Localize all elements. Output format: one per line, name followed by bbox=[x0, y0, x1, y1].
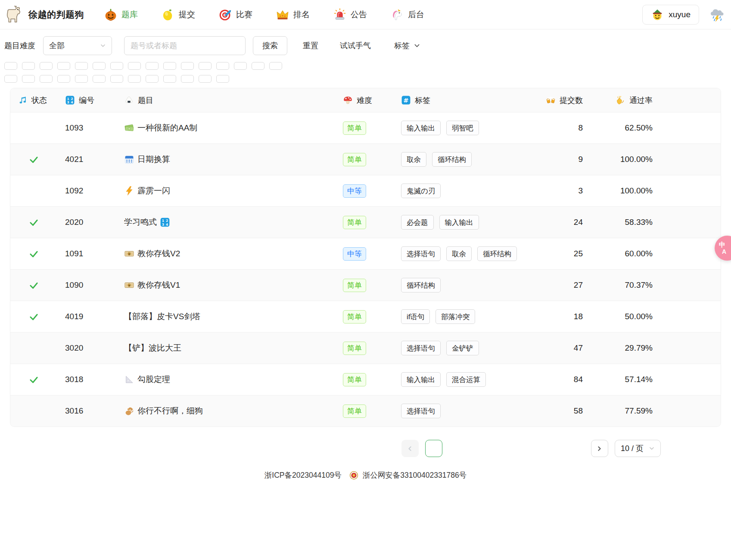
table-row[interactable]: 1093 一种很新的AA制 简单 输入输出弱智吧 8 62.50% bbox=[10, 112, 721, 143]
next-page-button[interactable] bbox=[591, 440, 608, 457]
tag-filter-chip[interactable] bbox=[252, 62, 264, 70]
nav-item[interactable]: 后台 bbox=[390, 8, 424, 22]
lucky-button[interactable]: 试试手气 bbox=[340, 40, 371, 51]
tag-chip[interactable]: 取余 bbox=[401, 152, 426, 167]
tag-filter-chip[interactable] bbox=[181, 75, 194, 83]
tag-chip[interactable]: 循环结构 bbox=[401, 278, 441, 293]
tag-filter-chip[interactable] bbox=[4, 62, 17, 70]
tag-chip[interactable]: 选择语句 bbox=[401, 246, 441, 261]
problem-title-link[interactable]: 学习鸣式 1234 bbox=[124, 217, 343, 228]
tag-filter-chip[interactable] bbox=[40, 75, 53, 83]
reset-button[interactable]: 重置 bbox=[303, 40, 318, 51]
table-row[interactable]: 3016 你行不行啊，细狗 简单 选择语句 58 77.59% bbox=[10, 395, 721, 426]
tag-chip[interactable]: 取余 bbox=[446, 246, 472, 261]
page-button[interactable] bbox=[544, 440, 561, 457]
problem-title-link[interactable]: 【铲】波比大王 bbox=[124, 342, 343, 354]
nav-item[interactable]: 比赛 bbox=[218, 8, 252, 22]
tag-filter-chip[interactable] bbox=[163, 62, 176, 70]
nav-item[interactable]: 公告 bbox=[333, 8, 367, 22]
tag-chip[interactable]: 部落冲突 bbox=[435, 309, 475, 324]
tag-filter-chip[interactable] bbox=[128, 62, 141, 70]
page-button[interactable] bbox=[473, 440, 490, 457]
table-row[interactable]: 3020 【铲】波比大王 简单 选择语句金铲铲 47 29.79% bbox=[10, 332, 721, 364]
tag-chip[interactable]: 弱智吧 bbox=[446, 121, 479, 136]
difficulty-badge: 简单 bbox=[343, 153, 366, 166]
tag-chip[interactable]: 选择语句 bbox=[401, 404, 441, 419]
tag-filter-chip[interactable] bbox=[181, 62, 194, 70]
page-size-select[interactable]: 10 / 页 bbox=[615, 440, 661, 457]
problem-title-link[interactable]: 你行不行啊，细狗 bbox=[124, 405, 343, 417]
tag-filter-chip[interactable] bbox=[216, 62, 229, 70]
tag-filter-chip[interactable] bbox=[199, 62, 212, 70]
tag-chip[interactable]: 必会题 bbox=[401, 215, 434, 230]
table-row[interactable]: 4019 【部落】皮卡VS剑塔 简单 if语句部落冲突 18 50.00% bbox=[10, 301, 721, 332]
problem-title-link[interactable]: 勾股定理 bbox=[124, 374, 343, 385]
tag-chip[interactable]: 选择语句 bbox=[401, 341, 441, 356]
problem-id: 1093 bbox=[58, 123, 124, 133]
app-logo[interactable]: 徐越的判题狗 bbox=[4, 5, 84, 25]
problem-title-link[interactable]: 【部落】皮卡VS剑塔 bbox=[124, 311, 343, 322]
tag-filter-chip[interactable] bbox=[216, 75, 229, 83]
tag-filter-chip[interactable] bbox=[269, 62, 282, 70]
tag-filter-chip[interactable] bbox=[110, 62, 123, 70]
tag-filter-chip[interactable] bbox=[234, 62, 247, 70]
problem-title-text: 学习鸣式 bbox=[124, 217, 157, 228]
problem-title-link[interactable]: ¥ 教你存钱V1 bbox=[124, 280, 343, 291]
tag-chip[interactable]: 混合运算 bbox=[446, 372, 486, 387]
tag-filter-chip[interactable] bbox=[57, 62, 70, 70]
tags-toggle[interactable]: 标签 bbox=[394, 40, 420, 51]
page-button[interactable] bbox=[496, 440, 513, 457]
tag-chip[interactable]: 输入输出 bbox=[401, 372, 441, 387]
tag-filter-chip[interactable] bbox=[57, 75, 70, 83]
tag-filter-chip[interactable] bbox=[75, 62, 88, 70]
table-row[interactable]: 4021 日期换算 简单 取余循环结构 9 100.00% bbox=[10, 143, 721, 175]
problem-title-link[interactable]: 一种很新的AA制 bbox=[124, 122, 343, 134]
problem-title-link[interactable]: ¥ 教你存钱V2 bbox=[124, 248, 343, 259]
table-row[interactable]: 1092 霹雳一闪 中等 鬼滅の刃 3 100.00% bbox=[10, 175, 721, 206]
tag-filter-chip[interactable] bbox=[4, 75, 17, 83]
page-button[interactable] bbox=[425, 440, 442, 457]
storm-theme-icon[interactable] bbox=[709, 7, 725, 22]
tag-filter-chip[interactable] bbox=[75, 75, 88, 83]
difficulty-badge: 简单 bbox=[343, 121, 366, 135]
tag-chip[interactable]: 输入输出 bbox=[439, 215, 479, 230]
tag-filter-chip[interactable] bbox=[22, 75, 35, 83]
difficulty-select[interactable]: 全部 bbox=[43, 36, 112, 55]
table-row[interactable]: 3018 勾股定理 简单 输入输出混合运算 84 57.14% bbox=[10, 364, 721, 395]
tag-filter-chip[interactable] bbox=[199, 75, 212, 83]
problem-title-link[interactable]: 日期换算 bbox=[124, 154, 343, 165]
tag-chip[interactable]: if语句 bbox=[401, 309, 430, 324]
tag-filter-chip[interactable] bbox=[146, 75, 159, 83]
tag-filter-chip[interactable] bbox=[146, 62, 159, 70]
tag-filter-chip[interactable] bbox=[128, 75, 141, 83]
difficulty-badge: 简单 bbox=[343, 310, 366, 324]
page-button[interactable] bbox=[449, 440, 466, 457]
table-row[interactable]: 1090 ¥ 教你存钱V1 简单 循环结构 27 70.37% bbox=[10, 269, 721, 301]
tag-filter-chip[interactable] bbox=[110, 75, 123, 83]
search-button[interactable]: 搜索 bbox=[253, 36, 287, 55]
tag-filter-chip[interactable] bbox=[22, 62, 35, 70]
tag-filter-chip[interactable] bbox=[93, 62, 106, 70]
nav-item[interactable]: 题库 bbox=[104, 8, 138, 22]
table-row[interactable]: 1091 ¥ 教你存钱V2 中等 选择语句取余循环结构 25 60.00% bbox=[10, 238, 721, 269]
tag-chip[interactable]: 鬼滅の刃 bbox=[401, 184, 441, 199]
police-record-link[interactable]: 浙公网安备33100402331786号 bbox=[363, 470, 467, 480]
search-input[interactable] bbox=[124, 36, 246, 55]
nav-item[interactable]: 排名 bbox=[276, 8, 310, 22]
tag-chip[interactable]: 金铲铲 bbox=[446, 341, 479, 356]
tag-filter-chip[interactable] bbox=[40, 62, 53, 70]
tag-chip[interactable]: 输入输出 bbox=[401, 121, 441, 136]
page-button[interactable] bbox=[567, 440, 585, 457]
tag-chip[interactable]: 循环结构 bbox=[432, 152, 472, 167]
tag-chip[interactable]: 循环结构 bbox=[477, 246, 517, 261]
icp-record-link[interactable]: 浙ICP备2023044109号 bbox=[264, 470, 342, 480]
nav-item[interactable]: 提交 bbox=[161, 8, 195, 22]
nav-item-icon bbox=[161, 8, 175, 22]
prev-page-button[interactable] bbox=[401, 440, 419, 457]
table-row[interactable]: 2020 学习鸣式 1234 简单 必会题输入输出 24 58.33% bbox=[10, 206, 721, 238]
user-menu-button[interactable]: xuyue bbox=[642, 5, 699, 25]
tag-filter-chip[interactable] bbox=[163, 75, 176, 83]
tag-filter-chip[interactable] bbox=[93, 75, 106, 83]
page-button[interactable] bbox=[520, 440, 537, 457]
problem-title-link[interactable]: 霹雳一闪 bbox=[124, 185, 343, 196]
